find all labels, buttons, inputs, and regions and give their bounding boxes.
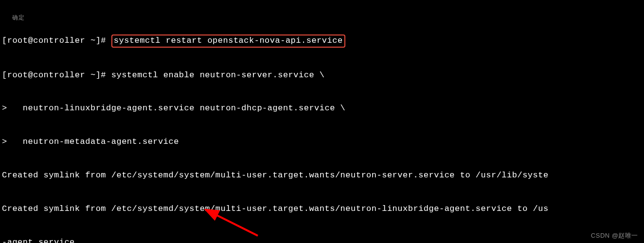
terminal-line: Created symlink from /etc/systemd/system… — [2, 170, 642, 181]
header-fragment: 确定 — [12, 15, 24, 21]
terminal-line: > neutron-linuxbridge-agent.service neut… — [2, 103, 642, 114]
terminal-line: -agent.service. — [2, 237, 642, 243]
shell-prompt: [root@controller ~]# — [2, 36, 111, 45]
terminal-line: [root@controller ~]# systemctl enable ne… — [2, 70, 642, 81]
terminal-line: Created symlink from /etc/systemd/system… — [2, 204, 642, 215]
terminal-line: > neutron-metadata-agent.service — [2, 137, 642, 148]
highlighted-command: systemctl restart openstack-nova-api.ser… — [111, 35, 345, 48]
terminal-output[interactable]: 确定 [root@controller ~]# systemctl restar… — [0, 0, 644, 243]
terminal-line: [root@controller ~]# systemctl restart o… — [2, 35, 642, 48]
watermark-text: CSDN @赵唯一 — [591, 231, 638, 240]
